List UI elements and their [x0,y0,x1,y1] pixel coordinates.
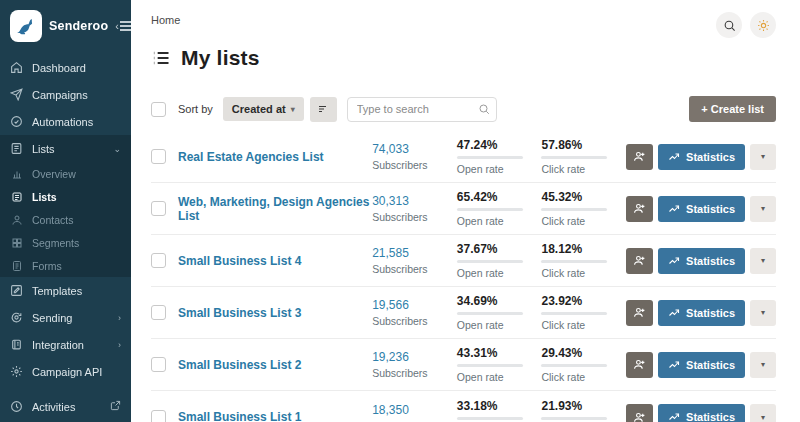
row-more-dropdown[interactable]: ▾ [750,352,776,378]
sidebar-subitem-forms[interactable]: Forms [0,254,131,277]
bar-chart-icon [11,168,23,180]
statistics-button[interactable]: Statistics [658,404,745,422]
sidebar-subitem-label: Lists [32,191,57,203]
subscribers-count[interactable]: 30,313 [372,194,457,208]
sidebar-subitem-overview[interactable]: Overview [0,162,131,185]
sidebar-subitem-segments[interactable]: Segments [0,231,131,254]
add-subscriber-button[interactable] [626,248,653,274]
subscribers-label: Subscribers [372,159,457,171]
row-more-dropdown[interactable]: ▾ [750,196,776,222]
search-button[interactable] [716,12,742,38]
circle-check-icon [10,115,23,128]
open-rate-label: Open rate [457,163,542,175]
row-checkbox[interactable] [151,253,166,268]
external-link-icon [110,400,121,413]
sidebar-item-label: Dashboard [32,62,86,74]
sidebar-item-campaigns[interactable]: Campaigns [0,81,131,108]
table-row: Small Business List 4 21,585 Subscribers… [151,235,776,287]
add-subscriber-button[interactable] [626,352,653,378]
home-icon [10,61,23,74]
row-checkbox[interactable] [151,201,166,216]
sidebar-item-lists[interactable]: Lists ⌄ [0,135,131,162]
segments-icon [11,237,23,249]
row-checkbox[interactable] [151,149,166,164]
open-rate-value: 65.42% [457,190,542,204]
search-input[interactable] [347,97,497,122]
add-subscriber-button[interactable] [626,404,653,422]
row-more-dropdown[interactable]: ▾ [750,144,776,170]
row-checkbox[interactable] [151,305,166,320]
statistics-button[interactable]: Statistics [658,352,745,378]
list-name-link[interactable]: Real Estate Agencies List [178,150,372,164]
statistics-button[interactable]: Statistics [658,248,745,274]
sidebar-item-templates[interactable]: Templates [0,277,131,304]
click-rate-value: 21.93% [541,399,626,413]
sidebar-subitem-contacts[interactable]: Contacts [0,208,131,231]
click-rate-label: Click rate [541,163,626,175]
add-person-icon [633,411,646,422]
app-logo [10,10,42,42]
sidebar-item-dashboard[interactable]: Dashboard [0,54,131,81]
list-name-link[interactable]: Web, Marketing, Design Agencies List [178,195,372,223]
sidebar-item-sending[interactable]: Sending › [0,304,131,331]
click-rate-value: 23.92% [541,294,626,308]
table-row: Small Business List 1 18,350 Subscribers… [151,391,776,422]
add-subscriber-button[interactable] [626,300,653,326]
integration-icon [10,338,23,351]
statistics-button[interactable]: Statistics [658,144,745,170]
row-more-dropdown[interactable]: ▾ [750,300,776,326]
page-title: My lists [181,46,260,70]
statistics-button[interactable]: Statistics [658,196,745,222]
breadcrumb[interactable]: Home [151,14,180,26]
sidebar-item-label: Integration [32,339,84,351]
sidebar-subitem-lists[interactable]: Lists [0,185,131,208]
open-rate-bar [457,208,523,211]
list-name-link[interactable]: Small Business List 2 [178,358,372,372]
trending-up-icon [668,359,680,371]
row-checkbox[interactable] [151,410,166,422]
table-row: Real Estate Agencies List 74,033 Subscri… [151,131,776,183]
row-checkbox[interactable] [151,357,166,372]
sidebar-item-integration[interactable]: Integration › [0,331,131,358]
sidebar-item-automations[interactable]: Automations [0,108,131,135]
row-more-dropdown[interactable]: ▾ [750,248,776,274]
list-name-link[interactable]: Small Business List 3 [178,306,372,320]
open-rate-bar [457,260,523,263]
sort-field-dropdown[interactable]: Created at ▾ [223,97,304,121]
add-subscriber-button[interactable] [626,144,653,170]
lists-table: Real Estate Agencies List 74,033 Subscri… [151,131,776,422]
forms-icon [11,260,23,272]
subscribers-count[interactable]: 18,350 [372,403,457,417]
add-subscriber-button[interactable] [626,196,653,222]
click-rate-bar [541,156,607,159]
statistics-label: Statistics [686,411,735,422]
create-list-button[interactable]: + Create list [689,96,776,122]
statistics-label: Statistics [686,307,735,319]
statistics-label: Statistics [686,203,735,215]
statistics-label: Statistics [686,151,735,163]
click-rate-bar [541,208,607,211]
subscribers-count[interactable]: 21,585 [372,246,457,260]
trending-up-icon [668,255,680,267]
statistics-button[interactable]: Statistics [658,300,745,326]
search-icon [478,103,490,115]
trending-up-icon [668,151,680,163]
sidebar-subitem-label: Segments [32,237,79,249]
grid-list-icon [11,191,23,203]
row-more-dropdown[interactable]: ▾ [750,404,776,422]
subscribers-count[interactable]: 19,566 [372,298,457,312]
list-name-link[interactable]: Small Business List 4 [178,254,372,268]
sidebar-item-campaign-api[interactable]: Campaign API [0,358,131,385]
search-icon [723,19,736,32]
sort-direction-button[interactable] [310,97,337,122]
subscribers-count[interactable]: 19,236 [372,350,457,364]
open-rate-value: 33.18% [457,399,542,413]
open-rate-value: 34.69% [457,294,542,308]
sidebar-item-activities[interactable]: Activities [0,393,131,420]
subscribers-count[interactable]: 74,033 [372,142,457,156]
subscribers-label: Subscribers [372,211,457,223]
select-all-checkbox[interactable] [151,102,166,117]
list-name-link[interactable]: Small Business List 1 [178,410,372,422]
toolbar: Sort by Created at ▾ + Create list [151,96,776,122]
theme-toggle-button[interactable] [750,12,776,38]
